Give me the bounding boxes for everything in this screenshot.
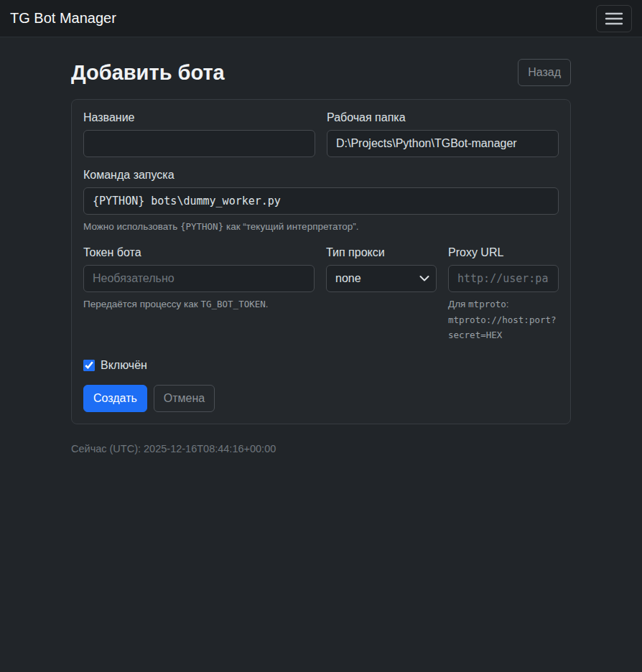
proxy-type-select-wrap: none [326,265,437,292]
proxy-url-label: Proxy URL [448,246,559,259]
navbar: TG Bot Manager [0,0,642,37]
token-help-text: Передаётся процессу как [83,299,200,309]
token-input[interactable] [83,265,315,292]
proxy-url-input[interactable] [448,265,559,292]
command-help: Можно использовать {PYTHON} как “текущий… [83,219,559,235]
proxy-url-help-text: Для [448,299,468,309]
command-help-suffix: как “текущий интерпретатор”. [223,221,358,232]
back-button[interactable]: Назад [518,59,571,86]
menu-toggle-button[interactable] [596,5,632,32]
token-label: Токен бота [83,246,315,259]
name-input[interactable] [83,130,315,157]
command-label: Команда запуска [83,169,559,182]
token-field: Токен бота Передаётся процессу как TG_BO… [83,246,315,343]
proxy-url-help-code1: mtproto [468,299,506,309]
name-workdir-row: Название Рабочая папка [83,111,559,157]
proxy-url-field: Proxy URL Для mtproto: mtproto://host:po… [448,246,559,343]
enabled-label[interactable]: Включён [101,359,147,372]
command-help-text: Можно использовать [83,221,180,232]
cancel-button[interactable]: Отмена [154,385,215,412]
app-title[interactable]: TG Bot Manager [10,10,116,27]
workdir-input[interactable] [327,130,559,157]
main-content: Добавить бота Назад Название Рабочая пап… [62,59,580,454]
token-proxy-row: Токен бота Передаётся процессу как TG_BO… [83,246,559,343]
add-bot-form-card: Название Рабочая папка Команда запуска М… [71,99,571,424]
token-help-suffix: . [266,299,269,309]
name-label: Название [83,111,315,124]
proxy-type-select[interactable]: none [326,265,437,292]
page-title: Добавить бота [71,61,225,85]
workdir-field: Рабочая папка [327,111,559,157]
command-input[interactable] [83,187,559,215]
proxy-url-help-code2: mtproto://host:port?secret=HEX [448,314,557,341]
token-help: Передаётся процессу как TG_BOT_TOKEN. [83,297,315,312]
command-field: Команда запуска Можно использовать {PYTH… [83,169,559,235]
current-time-utc: Сейчас (UTC): 2025-12-16T08:44:16+00:00 [71,443,571,454]
enabled-checkbox[interactable] [83,360,95,371]
command-help-code: {PYTHON} [180,221,223,232]
enabled-check-row: Включён [83,359,559,372]
hamburger-icon [604,10,624,27]
workdir-label: Рабочая папка [327,111,559,124]
proxy-type-label: Тип прокси [326,246,437,259]
proxy-url-help-colon: : [506,299,509,309]
form-actions: Создать Отмена [83,385,559,412]
proxy-type-field: Тип прокси none [326,246,437,343]
create-button[interactable]: Создать [83,385,147,412]
page-header: Добавить бота Назад [71,59,571,86]
token-help-code: TG_BOT_TOKEN [200,299,265,309]
proxy-url-help: Для mtproto: mtproto://host:port?secret=… [448,297,559,343]
name-field: Название [83,111,315,157]
